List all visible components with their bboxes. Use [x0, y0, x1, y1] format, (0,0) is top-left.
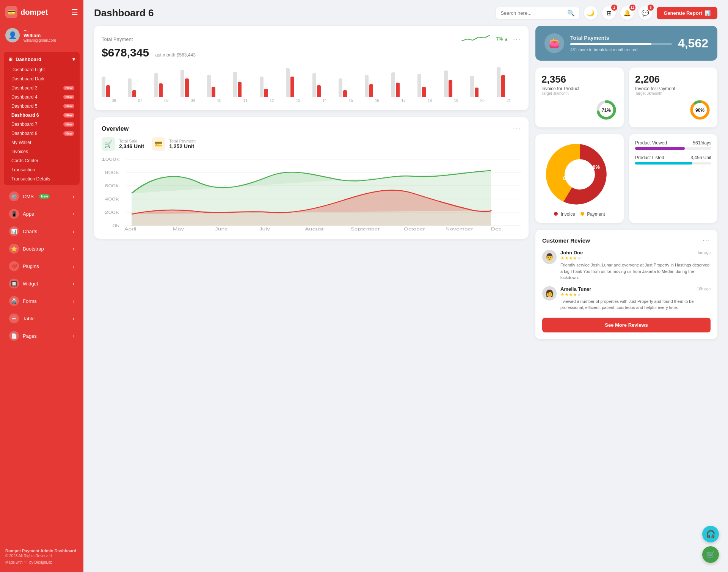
plugins-nav-item[interactable]: ❤️ Plugins › — [4, 258, 80, 274]
svg-text:1000k: 1000k — [102, 157, 120, 161]
donut-svg-orange: 90% — [689, 99, 711, 121]
search-input[interactable] — [500, 10, 564, 16]
sidebar-user-profile: 👤 Hi, William william@gmail.com — [0, 24, 83, 48]
bar-x-label: 21 — [497, 99, 521, 103]
dashboard-6-item[interactable]: Dashboard 6 New — [4, 111, 80, 120]
review-menu[interactable]: ··· — [703, 237, 711, 244]
gray-bar — [207, 75, 211, 97]
dashboard-menu-label: Dashboard — [16, 56, 41, 62]
gray-bar — [470, 76, 474, 97]
dashboard-4-item[interactable]: Dashboard 4 New — [4, 92, 80, 102]
overview-card: Overview ··· 🛒 Total Sale 2,346 Unit 💳 — [94, 117, 529, 239]
cms-label: CMS — [23, 194, 34, 199]
sidebar-logo[interactable]: 💳 dompet — [5, 6, 48, 18]
dashboard-7-item[interactable]: Dashboard 7 New — [4, 120, 80, 129]
widget-nav-item[interactable]: 🔲 Widget › — [4, 275, 80, 292]
search-box[interactable]: 🔍 — [496, 7, 579, 19]
product-viewed-label: Product Viewed — [635, 140, 667, 146]
bar-group — [391, 72, 416, 97]
red-bar — [449, 80, 452, 97]
transaction-details-item[interactable]: Transaction Details — [4, 174, 80, 183]
topbar: Dashboard 6 🔍 🌙 ⊞ 2 🔔 12 💬 5 Gene — [83, 0, 728, 26]
dashboard-light-item[interactable]: Dashboard Light — [4, 65, 80, 74]
bar-group — [128, 78, 152, 97]
dashboard-3-badge: New — [63, 86, 74, 90]
dashboard-dark-item[interactable]: Dashboard Dark — [4, 74, 80, 83]
bar-group — [470, 76, 494, 97]
user-info: Hi, William william@gmail.com — [24, 28, 56, 42]
support-float-btn[interactable]: 🎧 — [702, 526, 719, 542]
cards-center-item[interactable]: Cards Center — [4, 156, 80, 165]
transaction-item[interactable]: Transaction — [4, 165, 80, 174]
apps-btn[interactable]: ⊞ 2 — [602, 6, 616, 20]
bar-x-label: 18 — [417, 99, 442, 103]
generate-report-label: Generate Report — [664, 10, 702, 16]
theme-toggle-btn[interactable]: 🌙 — [584, 6, 598, 20]
reviewer-2-time: 10h ago — [697, 287, 711, 291]
floating-buttons: 🎧 🛒 — [702, 526, 719, 563]
svg-text:November: November — [446, 227, 474, 231]
review-card-header: Customer Review ··· — [542, 237, 711, 244]
dashboard-8-item[interactable]: Dashboard 8 New — [4, 129, 80, 138]
apps-chevron-icon: › — [73, 211, 74, 217]
svg-text:Dec.: Dec. — [491, 227, 503, 231]
bar-chart-container: 06070809101112131415161718192021 — [102, 63, 521, 103]
total-payment-menu[interactable]: ··· — [513, 35, 521, 43]
review-item-2: 👩 Amelia Tuner 10h ago ★★★★★ I viewed a … — [542, 286, 711, 311]
bar-chart — [102, 63, 521, 97]
notification-btn[interactable]: 🔔 12 — [620, 6, 634, 20]
svg-text:62%: 62% — [563, 175, 574, 181]
bar-x-label: 20 — [470, 99, 494, 103]
message-btn[interactable]: 💬 5 — [639, 6, 652, 20]
cms-nav-item[interactable]: ⚙️ CMS New › — [4, 188, 80, 205]
cart-float-btn[interactable]: 🛒 — [702, 546, 719, 563]
gray-bar — [154, 73, 158, 97]
table-nav-item[interactable]: ☰ Table › — [4, 310, 80, 327]
dashboard-7-badge: New — [63, 122, 74, 127]
forms-nav-item[interactable]: 🖨️ Forms › — [4, 293, 80, 309]
gray-bar — [339, 78, 342, 97]
sidebar-footer: Dompet Payment Admin Dashboard © 2023 Al… — [0, 543, 83, 566]
cms-badge: New — [39, 194, 50, 199]
overview-stats: 🛒 Total Sale 2,346 Unit 💳 Total Payment … — [102, 137, 521, 151]
area-chart-svg: 1000k 800k 600k 400k 200k 0k April — [102, 155, 521, 231]
dashboard-5-item[interactable]: Dashboard 5 New — [4, 102, 80, 111]
invoice-payment-card: 2,206 Invoice for Payment Target 3k/mont… — [629, 67, 717, 127]
payment-legend-label: Payment — [587, 212, 605, 217]
widget-icon: 🔲 — [9, 279, 19, 288]
generate-report-button[interactable]: Generate Report 📊 — [657, 7, 717, 19]
gray-bar — [286, 68, 290, 97]
product-listed-value: 3,456 Unit — [690, 155, 711, 160]
trend-up-icon: ▲ — [504, 36, 508, 42]
main-content: Dashboard 6 🔍 🌙 ⊞ 2 🔔 12 💬 5 Gene — [83, 0, 728, 572]
invoice-payment-label: Invoice for Payment — [635, 86, 711, 91]
overview-menu[interactable]: ··· — [513, 125, 521, 133]
red-bar — [159, 83, 163, 97]
total-payment-stat: 💳 Total Payment 1,252 Unit — [152, 137, 196, 151]
dashboard-5-label: Dashboard 5 — [11, 103, 38, 109]
dashboard-menu-toggle[interactable]: ⊞ Dashboard ▾ — [4, 53, 80, 65]
bootstrap-nav-item[interactable]: ⭐ Bootstrap › — [4, 240, 80, 257]
see-more-reviews-button[interactable]: See More Reviews — [542, 318, 711, 332]
invoices-item[interactable]: Invoices — [4, 147, 80, 156]
apps-nav-item[interactable]: 📱 Apps › — [4, 205, 80, 222]
pages-icon: 📄 — [9, 331, 19, 341]
charts-nav-item[interactable]: 📊 Charts › — [4, 223, 80, 240]
overview-title: Overview — [102, 125, 129, 132]
total-sale-stat: 🛒 Total Sale 2,346 Unit — [102, 137, 144, 151]
my-wallet-item[interactable]: My Wallet — [4, 138, 80, 147]
pages-nav-item[interactable]: 📄 Pages › — [4, 328, 80, 344]
pages-chevron-icon: › — [73, 333, 74, 339]
payments-progress-bar — [570, 43, 672, 45]
dashboard-3-item[interactable]: Dashboard 3 New — [4, 83, 80, 92]
payment-legend-dot — [581, 212, 584, 216]
footer-made-with: Made with ❤️ by DexignLab — [5, 560, 78, 564]
hamburger-icon[interactable]: ☰ — [71, 8, 78, 17]
dashboard-4-badge: New — [63, 95, 74, 99]
invoice-payment-target: Target 3k/month — [635, 91, 711, 96]
bar-group — [154, 73, 179, 97]
reviewer-2-name: Amelia Tuner — [560, 286, 591, 292]
red-bar — [264, 89, 268, 97]
bar-group — [497, 67, 521, 97]
dashboard-6-badge: New — [63, 113, 74, 118]
